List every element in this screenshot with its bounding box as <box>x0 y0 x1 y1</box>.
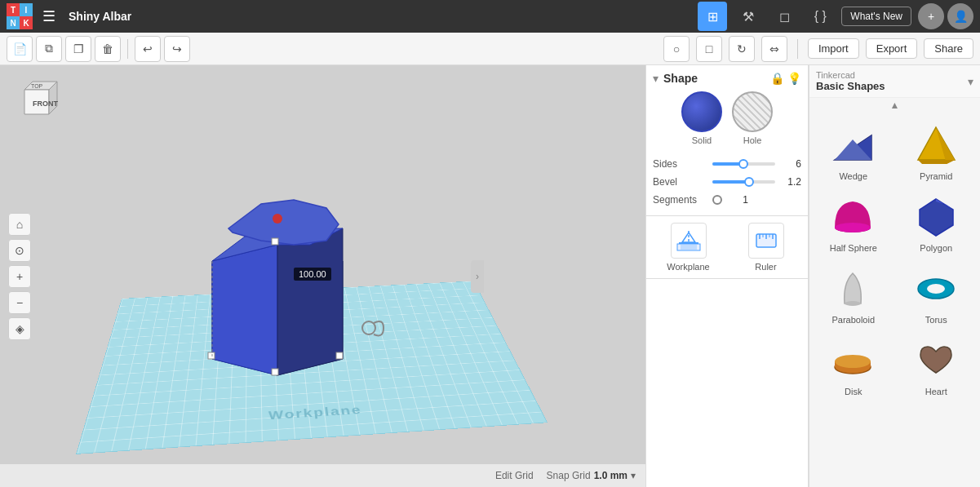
svg-point-41 <box>845 301 861 306</box>
3d-shape[interactable] <box>163 114 392 424</box>
import-button[interactable]: Import <box>808 38 859 59</box>
mirror-tool[interactable]: ⇔ <box>761 36 787 62</box>
logo-i: I <box>20 3 33 16</box>
select-tool[interactable]: ○ <box>663 36 690 62</box>
fit-button[interactable]: ⊙ <box>8 239 31 262</box>
zoom-out-button[interactable]: − <box>8 291 31 314</box>
segments-dot[interactable] <box>712 195 722 205</box>
shape-label-pyramid: Pyramid <box>920 171 952 181</box>
shape-label-wedge: Wedge <box>839 171 867 181</box>
ruler-tool-label: Ruler <box>755 262 776 272</box>
workplane-tool-label: Workplane <box>667 262 709 272</box>
zoom-in-button[interactable]: + <box>8 265 31 288</box>
ruler-tool[interactable]: Ruler <box>730 223 801 272</box>
grid-view-button[interactable]: ⊞ <box>698 2 727 31</box>
solid-option[interactable]: Solid <box>681 91 722 145</box>
svg-marker-39 <box>920 199 953 236</box>
shape-panel-title: Shape <box>663 72 698 85</box>
lock-button[interactable]: 🔒 <box>770 72 784 85</box>
shape-item-paraboloid[interactable]: Paraboloid <box>813 259 894 330</box>
shape-label-heart: Heart <box>925 387 947 396</box>
shape-label-torus: Torus <box>925 315 947 325</box>
bevel-thumb[interactable] <box>744 177 754 187</box>
sides-track <box>712 162 741 166</box>
edit-grid-label[interactable]: Edit Grid <box>495 470 534 481</box>
add-user-icon: + <box>918 3 944 29</box>
library-info: Tinkercad Basic Shapes <box>816 70 885 92</box>
separator2 <box>797 39 798 59</box>
shape-item-polygon[interactable]: Polygon <box>896 188 978 258</box>
shape-thumb-heart <box>911 336 960 385</box>
workplane-tool[interactable]: Workplane <box>653 223 724 272</box>
solid-label: Solid <box>692 135 712 145</box>
svg-point-46 <box>835 355 871 368</box>
shapes-grid: WedgePyramidHalf SpherePolygonParaboloid… <box>809 113 980 405</box>
shape-type-row: Solid Hole <box>653 91 801 145</box>
shape-panel-header: ▾ Shape 🔒 💡 <box>653 72 801 85</box>
shape-thumb-disk <box>829 336 878 385</box>
shape-collapse-icon[interactable]: ▾ <box>653 72 659 85</box>
shape-label-paraboloid: Paraboloid <box>831 315 875 325</box>
rect-tool[interactable]: □ <box>696 36 722 62</box>
sides-value: 6 <box>782 158 801 170</box>
sides-row: Sides 6 <box>653 158 801 170</box>
share-button[interactable]: Share <box>924 38 973 59</box>
duplicate-button[interactable]: ❐ <box>65 36 91 62</box>
redo-button[interactable]: ↪ <box>164 36 190 62</box>
home-button[interactable]: ⌂ <box>8 213 31 236</box>
ruler-icon-box <box>748 223 784 259</box>
svg-point-43 <box>927 284 945 294</box>
logo-n: N <box>7 16 20 29</box>
viewport[interactable]: FRONT TOP ⌂ ⊙ + − ◈ Workplane <box>0 65 645 487</box>
shape-thumb-halfsphere <box>829 193 878 241</box>
svg-marker-36 <box>918 160 955 164</box>
export-button[interactable]: Export <box>866 38 918 59</box>
shape-item-pyramid[interactable]: Pyramid <box>896 116 978 186</box>
snap-grid-value[interactable]: 1.0 mm <box>594 470 627 481</box>
snap-grid-dropdown[interactable]: ▾ <box>631 470 636 481</box>
bevel-label: Bevel <box>653 176 706 188</box>
light-button[interactable]: 💡 <box>787 72 801 85</box>
workplane-icon-box <box>671 223 707 259</box>
code-button[interactable]: { } <box>805 2 835 31</box>
copy-button[interactable]: ⧉ <box>36 36 62 62</box>
svg-rect-11 <box>208 352 215 359</box>
box-button[interactable]: ◻ <box>769 2 799 31</box>
undo-button[interactable]: ↩ <box>135 36 161 62</box>
shape-item-torus[interactable]: Torus <box>896 259 978 330</box>
scroll-up-button[interactable]: ▲ <box>890 100 900 111</box>
nav-controls: ⌂ ⊙ + − ◈ <box>8 213 31 340</box>
view-cube[interactable]: FRONT TOP <box>8 73 65 131</box>
tools-panel: Workplane Ruler <box>646 216 808 279</box>
hole-option[interactable]: Hole <box>732 91 773 145</box>
bevel-slider[interactable] <box>712 180 775 184</box>
shape-label-disk: Disk <box>845 387 862 396</box>
app-title: Shiny Albar <box>69 10 131 23</box>
hamburger-button[interactable]: ☰ <box>39 4 59 29</box>
shape-item-disk[interactable]: Disk <box>813 331 894 401</box>
sides-thumb[interactable] <box>738 159 748 169</box>
shape-item-heart[interactable]: Heart <box>896 331 978 401</box>
perspective-button[interactable]: ◈ <box>8 317 31 340</box>
scroll-up-area: ▲ <box>809 98 980 113</box>
shape-thumb-paraboloid <box>829 264 878 313</box>
library-name: Basic Shapes <box>816 80 885 92</box>
avatar[interactable]: 👤 <box>947 3 973 29</box>
library-expand-button[interactable]: ▾ <box>968 75 973 88</box>
whats-new-button[interactable]: What's New <box>841 7 911 26</box>
hole-label: Hole <box>743 135 762 145</box>
delete-button[interactable]: 🗑 <box>95 36 121 62</box>
shape-properties: Sides 6 Bevel 1.2 <box>653 155 801 209</box>
svg-rect-13 <box>272 369 278 375</box>
shapes-library-panel: Tinkercad Basic Shapes ▾ ▲ WedgePyramidH… <box>809 65 980 487</box>
new-button[interactable]: 📄 <box>7 36 33 62</box>
rotate-tool[interactable]: ↻ <box>729 36 755 62</box>
main-area: FRONT TOP ⌂ ⊙ + − ◈ Workplane <box>0 65 980 487</box>
shape-item-halfsphere[interactable]: Half Sphere <box>813 188 894 258</box>
sides-slider[interactable] <box>712 162 775 166</box>
hammer-button[interactable]: ⚒ <box>734 2 763 31</box>
bevel-value: 1.2 <box>782 176 801 188</box>
shape-item-wedge[interactable]: Wedge <box>813 116 894 186</box>
library-header: Tinkercad Basic Shapes ▾ <box>809 65 980 98</box>
scroll-tab[interactable]: › <box>471 260 484 293</box>
